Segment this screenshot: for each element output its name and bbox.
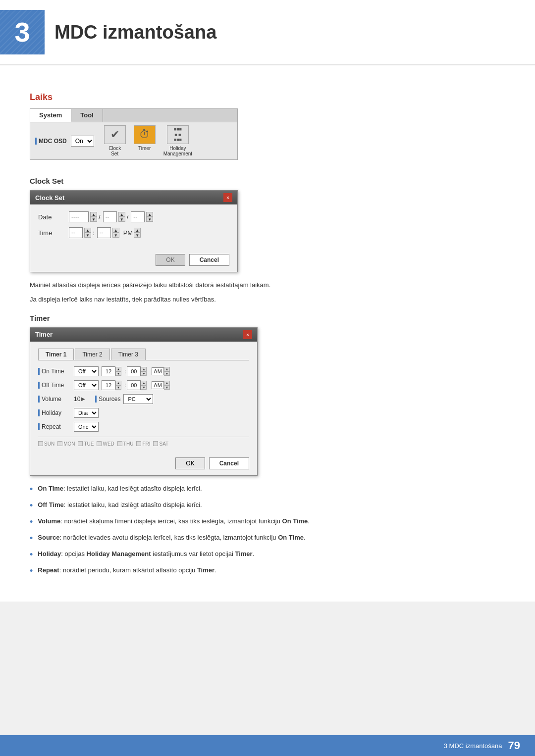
off-time-colon: : xyxy=(124,382,126,389)
off-min-down[interactable]: ▼ xyxy=(141,385,147,390)
timer-ref-1: Timer xyxy=(235,550,252,557)
off-time-label: Off Time xyxy=(38,382,74,389)
on-time-select[interactable]: Off On xyxy=(74,366,99,376)
tab-tool[interactable]: Tool xyxy=(71,109,103,122)
day-sat-checkbox[interactable] xyxy=(153,441,158,446)
time-spin2-down[interactable]: ▼ xyxy=(112,233,119,238)
time-spin1-down[interactable]: ▼ xyxy=(84,233,91,238)
on-hour-val[interactable]: 12 xyxy=(102,366,115,376)
bullet-dot-4: • xyxy=(30,532,33,545)
on-time-row: On Time Off On 12 ▲ ▼ : 00 ▲ xyxy=(38,366,249,376)
date-spin2[interactable]: ▲ ▼ xyxy=(118,212,125,222)
on-hour-arrows[interactable]: ▲ ▼ xyxy=(115,367,121,376)
on-min-down[interactable]: ▼ xyxy=(141,371,147,376)
date-spin2-up[interactable]: ▲ xyxy=(118,212,125,217)
date-val3[interactable]: -- xyxy=(131,211,145,222)
bullet-dot-5: • xyxy=(30,548,33,561)
on-hour-down[interactable]: ▼ xyxy=(115,371,121,376)
time-ampm-spin[interactable]: ▲ ▼ xyxy=(134,228,141,238)
date-val2[interactable]: -- xyxy=(103,211,117,222)
sources-select[interactable]: PC HDMI xyxy=(123,394,153,404)
time-spin2[interactable]: ▲ ▼ xyxy=(112,228,119,238)
clock-set-body: Date ---- ▲ ▼ / -- ▲ ▼ / -- ▲ ▼ xyxy=(30,204,237,250)
day-thu-label: THU xyxy=(123,441,134,447)
time-val2[interactable]: -- xyxy=(97,227,111,238)
mdc-osd-select[interactable]: On Off xyxy=(71,136,94,147)
holiday-row: Holiday Disable Enable xyxy=(38,408,249,418)
off-min-up[interactable]: ▲ xyxy=(141,381,147,385)
chapter-title: MDC izmantošana xyxy=(54,22,216,43)
day-sun-checkbox[interactable] xyxy=(38,441,43,446)
date-spin3[interactable]: ▲ ▼ xyxy=(146,212,153,222)
off-hour-down[interactable]: ▼ xyxy=(115,385,121,390)
time-val1[interactable]: -- xyxy=(69,227,83,238)
date-spin1-down[interactable]: ▼ xyxy=(90,217,97,222)
date-spin3-down[interactable]: ▼ xyxy=(146,217,153,222)
timer-icon-item[interactable]: ⏱ Timer xyxy=(134,125,156,156)
bullet-list: • On Time: iestatiet laiku, kad ieslēgt … xyxy=(30,484,505,578)
date-spin2-down[interactable]: ▼ xyxy=(118,217,125,222)
repeat-row: Repeat Once Daily Weekly xyxy=(38,422,249,432)
timer-ref-2: Timer xyxy=(197,566,214,574)
on-ampm-down[interactable]: ▼ xyxy=(164,371,170,376)
volume-val: 10 xyxy=(74,396,80,403)
clock-set-ok-button[interactable]: OK xyxy=(156,254,185,266)
on-time-colon: : xyxy=(124,368,126,375)
clock-set-close-button[interactable]: × xyxy=(223,193,232,202)
off-min-arrows[interactable]: ▲ ▼ xyxy=(141,381,147,390)
off-hour-arrows[interactable]: ▲ ▼ xyxy=(115,381,121,390)
bullet-off-time-text: Off Time: iestatiet laiku, kad izslēgt a… xyxy=(38,500,202,510)
clock-set-label: ClockSet xyxy=(108,146,121,156)
repeat-select[interactable]: Once Daily Weekly xyxy=(74,422,99,432)
time-ampm-down[interactable]: ▼ xyxy=(134,233,141,238)
volume-bold: Volume xyxy=(38,517,60,525)
off-min-val[interactable]: 00 xyxy=(127,380,141,390)
date-spin1[interactable]: ▲ ▼ xyxy=(90,212,97,222)
on-ampm-val[interactable]: AM xyxy=(152,367,164,375)
off-hour-val[interactable]: 12 xyxy=(102,380,115,390)
time-ampm-up[interactable]: ▲ xyxy=(134,228,141,233)
date-spin1-up[interactable]: ▲ xyxy=(90,212,97,217)
on-min-arrows[interactable]: ▲ ▼ xyxy=(141,367,147,376)
on-min-val[interactable]: 00 xyxy=(127,366,141,376)
day-tue-checkbox[interactable] xyxy=(78,441,83,446)
on-hour-up[interactable]: ▲ xyxy=(115,367,121,371)
date-spin3-up[interactable]: ▲ xyxy=(146,212,153,217)
timer-label-icon: Timer xyxy=(138,146,151,151)
timer-cancel-button[interactable]: Cancel xyxy=(209,457,249,469)
holiday-select[interactable]: Disable Enable xyxy=(74,408,99,418)
on-min-up[interactable]: ▲ xyxy=(141,367,147,371)
clock-set-dialog: Clock Set × Date ---- ▲ ▼ / -- ▲ ▼ / -- xyxy=(30,190,238,272)
off-hour-up[interactable]: ▲ xyxy=(115,381,121,385)
day-wed-checkbox[interactable] xyxy=(97,441,102,446)
subsection-timer-heading: Timer xyxy=(30,314,505,322)
on-hour-spin: 12 ▲ ▼ xyxy=(102,366,121,376)
off-ampm-up[interactable]: ▲ xyxy=(164,381,170,385)
date-val1[interactable]: ---- xyxy=(69,211,89,222)
clock-set-icon-item[interactable]: ✔ ClockSet xyxy=(104,125,126,156)
day-tue: TUE xyxy=(78,441,94,447)
day-fri-checkbox[interactable] xyxy=(136,441,141,446)
day-sat: SAT xyxy=(153,441,168,447)
day-thu-checkbox[interactable] xyxy=(117,441,122,446)
timer-close-button[interactable]: × xyxy=(243,330,252,339)
on-ampm-arrows[interactable]: ▲ ▼ xyxy=(164,367,170,376)
off-ampm-arrows[interactable]: ▲ ▼ xyxy=(164,381,170,390)
time-spin2-up[interactable]: ▲ xyxy=(112,228,119,233)
volume-arrow-icon[interactable]: ▶ xyxy=(81,396,85,402)
time-spin1-up[interactable]: ▲ xyxy=(84,228,91,233)
holiday-icon-item[interactable]: ■■■■ ■■■■ HolidayManagement xyxy=(163,125,192,156)
timer-tab-1[interactable]: Timer 1 xyxy=(38,349,74,360)
off-ampm-spin: AM ▲ ▼ xyxy=(151,381,170,390)
off-ampm-val[interactable]: AM xyxy=(152,381,164,389)
off-ampm-down[interactable]: ▼ xyxy=(164,385,170,390)
timer-ok-button[interactable]: OK xyxy=(175,457,205,469)
timer-tab-3[interactable]: Timer 3 xyxy=(111,349,146,360)
on-ampm-up[interactable]: ▲ xyxy=(164,367,170,371)
time-spin1[interactable]: ▲ ▼ xyxy=(84,228,91,238)
timer-tab-2[interactable]: Timer 2 xyxy=(75,349,109,360)
tab-system[interactable]: System xyxy=(30,109,71,122)
clock-set-cancel-button[interactable]: Cancel xyxy=(189,254,229,266)
day-mon-checkbox[interactable] xyxy=(57,441,62,446)
off-time-select[interactable]: Off On xyxy=(74,380,99,390)
